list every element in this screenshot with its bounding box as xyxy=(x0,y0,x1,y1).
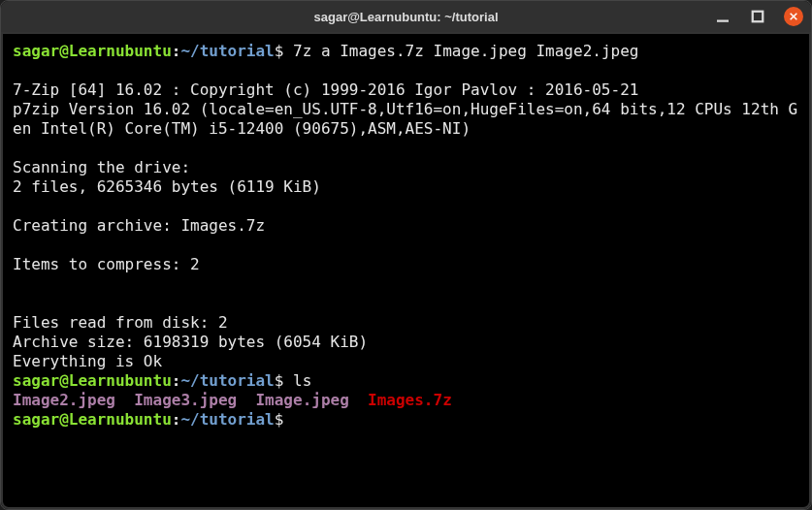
window-controls xyxy=(714,7,803,26)
output-line: Files read from disk: 2 xyxy=(13,313,228,332)
prompt-dollar: $ xyxy=(275,410,284,429)
svg-rect-1 xyxy=(753,12,763,22)
output-line: 2 files, 6265346 bytes (6119 KiB) xyxy=(13,177,321,196)
command-line-2: ls xyxy=(283,371,311,390)
prompt-user-host: sagar@Learnubuntu xyxy=(13,410,172,429)
minimize-button[interactable] xyxy=(714,8,731,25)
maximize-icon xyxy=(749,8,766,25)
prompt-path: ~/tutorial xyxy=(180,371,274,390)
prompt-dollar: $ xyxy=(275,371,284,390)
ls-file: Images.7z xyxy=(368,391,452,409)
prompt-user-host: sagar@Learnubuntu xyxy=(13,371,172,390)
command-line-1: 7z a Images.7z Image.jpeg Image2.jpeg xyxy=(283,42,638,60)
prompt-path: ~/tutorial xyxy=(180,42,274,60)
output-line: Archive size: 6198319 bytes (6054 KiB) xyxy=(13,333,368,351)
output-line: Creating archive: Images.7z xyxy=(13,216,265,235)
maximize-button[interactable] xyxy=(749,8,766,25)
window-title: sagar@Learnubuntu: ~/tutorial xyxy=(314,10,499,24)
prompt-path: ~/tutorial xyxy=(180,410,274,429)
minimize-icon xyxy=(714,8,731,25)
prompt-colon: : xyxy=(172,371,181,390)
ls-file: Image2.jpeg xyxy=(13,391,115,409)
terminal-body[interactable]: sagar@Learnubuntu:~/tutorial$ 7z a Image… xyxy=(1,32,811,509)
prompt-colon: : xyxy=(172,42,181,60)
output-line: Items to compress: 2 xyxy=(13,255,200,273)
close-icon xyxy=(789,12,798,21)
titlebar: sagar@Learnubuntu: ~/tutorial xyxy=(1,1,811,32)
output-line: p7zip Version 16.02 (locale=en_US.UTF-8,… xyxy=(13,100,797,138)
prompt-user-host: sagar@Learnubuntu xyxy=(13,42,172,60)
ls-file: Image.jpeg xyxy=(255,391,348,409)
ls-file: Image3.jpeg xyxy=(134,391,237,409)
close-button[interactable] xyxy=(784,7,803,26)
output-line: Everything is Ok xyxy=(13,352,162,370)
output-line: 7-Zip [64] 16.02 : Copyright (c) 1999-20… xyxy=(13,80,638,99)
output-line: Scanning the drive: xyxy=(13,158,190,176)
prompt-dollar: $ xyxy=(275,42,284,60)
prompt-colon: : xyxy=(172,410,181,429)
